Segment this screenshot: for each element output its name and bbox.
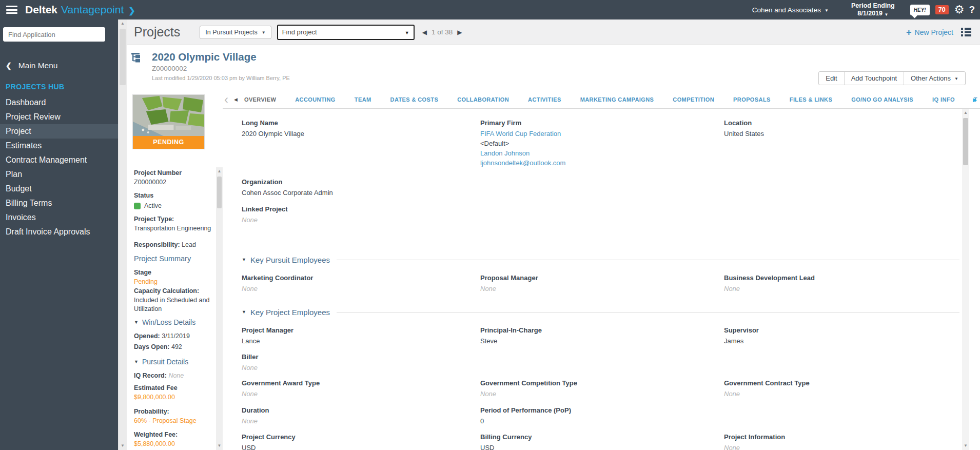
field-value: Z00000002 (134, 178, 213, 187)
tab[interactable]: IQ INFO (932, 96, 955, 103)
panel-fields: Project Number Z00000002 Status Active P… (134, 169, 213, 450)
tab[interactable]: MARKETING CAMPAIGNS (580, 96, 654, 103)
scroll-up-icon[interactable]: ▲ (119, 19, 127, 28)
chevron-down-icon: ▼ (134, 359, 139, 364)
scrollbar-thumb[interactable] (217, 177, 222, 208)
tab[interactable]: GO/NO GO ANALYSIS (851, 96, 913, 103)
weighted-fee-value: $5,880,000.00 (134, 440, 213, 448)
field-long-name: Long Name 2020 Olympic Village (242, 119, 480, 168)
section-key-pursuit-employees[interactable]: ▼ Key Pursuit Employees (242, 253, 959, 266)
scrollbar-thumb[interactable] (120, 29, 126, 85)
scroll-down-icon[interactable]: ▼ (119, 442, 127, 450)
last-modified-text: Last modified 1/29/2020 05:03 pm by Will… (152, 75, 290, 81)
sidebar-nav-item[interactable]: Budget (0, 182, 118, 196)
add-touchpoint-button[interactable]: Add Touchpoint (844, 72, 904, 85)
project-filter-dropdown[interactable]: In Pursuit Projects ▼ (200, 26, 271, 39)
tab[interactable]: DATES & COSTS (390, 96, 439, 103)
sidebar-nav-item[interactable]: Project Review (0, 110, 118, 124)
app-vertical-scrollbar[interactable]: ▲ ▼ (118, 19, 127, 450)
field-label: Project Type: (134, 215, 213, 224)
scroll-up-icon[interactable]: ▲ (216, 167, 223, 175)
find-project-combobox[interactable]: ▼ (277, 25, 415, 40)
settings-gear-icon[interactable]: ⚙ (954, 4, 965, 15)
scrollbar-thumb[interactable] (963, 118, 968, 165)
brand-vantagepoint: Vantagepoint (61, 4, 124, 16)
field-label: Project Number (134, 169, 213, 178)
field-organization: Organization Cohen Assoc Corporate Admin (242, 178, 480, 198)
collapse-left-icon[interactable]: ‹ (224, 93, 228, 106)
sidebar-nav-item[interactable]: Dashboard (0, 95, 118, 110)
field: Billing Currency USD (480, 433, 724, 450)
chevron-down-icon: ▼ (954, 76, 958, 81)
tab[interactable]: ACTIVITIES (528, 96, 561, 103)
project-fields-row: Project Currency USD Billing Currency US… (242, 433, 980, 450)
sidebar-nav-item[interactable]: Plan (0, 167, 118, 182)
scroll-up-icon[interactable]: ▲ (962, 109, 969, 117)
status-active-icon (134, 203, 141, 209)
contact-link[interactable]: Landon Johnson (480, 148, 724, 158)
project-hierarchy-icon[interactable] (130, 51, 143, 66)
find-project-input[interactable] (282, 28, 405, 36)
next-record-icon[interactable]: ▶ (457, 29, 462, 36)
stage-value: Pending (134, 278, 213, 286)
tab[interactable]: COMPETITION (673, 96, 714, 103)
field: Period of Performance (PoP) 0 (480, 406, 724, 426)
hey-notifications-icon[interactable]: HEY! (910, 5, 930, 15)
edit-button[interactable]: Edit (819, 72, 844, 85)
scroll-down-icon[interactable]: ▼ (962, 442, 969, 450)
field-linked-project: Linked Project None (242, 205, 480, 225)
chevron-down-icon: ▼ (825, 8, 829, 13)
tab[interactable]: PROPOSALS (733, 96, 771, 103)
scroll-down-icon[interactable]: ▼ (216, 442, 223, 450)
sidebar-nav-item[interactable]: Billing Terms (0, 196, 118, 210)
help-icon[interactable]: ? (969, 4, 975, 15)
sidebar-nav-item[interactable]: Contract Management (0, 153, 118, 167)
tab[interactable]: COLLABORATION (457, 96, 509, 103)
sidebar-nav-item[interactable]: Project (0, 124, 118, 139)
primary-firm-link[interactable]: FIFA World Cup Federation (480, 129, 724, 139)
section-key-project-employees[interactable]: ▼ Key Project Employees (242, 306, 959, 318)
tab[interactable]: ACCOUNTING (295, 96, 336, 103)
tab[interactable]: FILES & LINKS (790, 96, 832, 103)
sidebar-nav-item[interactable]: Invoices (0, 210, 118, 225)
winloss-details-toggle[interactable]: ▼ Win/Loss Details (134, 318, 213, 326)
new-project-button[interactable]: + New Project (906, 28, 953, 36)
find-application-input[interactable] (3, 27, 105, 42)
hamburger-menu-icon[interactable] (6, 6, 17, 14)
field: Project Manager Lance (242, 326, 480, 346)
pager-position: 1 of 38 (432, 28, 453, 36)
tab[interactable]: OVERVIEW (244, 96, 276, 103)
brand-logo: Deltek Vantagepoint ❯ (25, 4, 135, 16)
field: Project Information None (724, 433, 980, 450)
project-fields-row: Biller None (242, 353, 980, 379)
period-ending-selector[interactable]: Period Ending 8/1/2019 ▼ (851, 2, 895, 18)
project-fields-row: Duration None Period of Performance (PoP… (242, 406, 980, 433)
main-vertical-scrollbar[interactable]: ▲ ▼ (962, 109, 969, 450)
sidebar-nav-item[interactable]: Draft Invoice Approvals (0, 225, 118, 239)
tab-scroll-left-icon[interactable]: ◀ (234, 97, 238, 102)
tab-scroll-right-icon[interactable]: ▶ (973, 97, 977, 103)
field: Marketing Coordinator None (242, 274, 480, 294)
project-number: Z00000002 (152, 65, 290, 72)
field-label: Probability: (134, 407, 213, 416)
main-menu-button[interactable]: ❮ Main Menu (0, 61, 118, 70)
chevron-down-icon: ▼ (262, 30, 266, 35)
field-value: None (168, 372, 184, 379)
project-image-card[interactable]: PENDING (132, 94, 205, 149)
projects-hub-title: PROJECTS HUB (0, 83, 118, 91)
tab[interactable]: TEAM (355, 96, 371, 103)
sidebar-nav-item[interactable]: Estimates (0, 139, 118, 153)
project-title: 2020 Olympic Village (152, 51, 290, 63)
list-view-icon[interactable] (961, 28, 971, 36)
company-selector[interactable]: Cohen and Associates ▼ (752, 6, 829, 14)
panel-vertical-scrollbar[interactable]: ▲ ▼ (216, 167, 223, 450)
notification-count-badge[interactable]: 70 (935, 5, 949, 14)
field-label: IQ Record: (134, 372, 167, 379)
pursuit-details-toggle[interactable]: ▼ Pursuit Details (134, 358, 213, 366)
contact-email-link[interactable]: ljohnsondeltek@outlook.com (480, 158, 724, 168)
sidebar: ❮ Main Menu PROJECTS HUB Dashboard Proje… (0, 19, 118, 450)
previous-record-icon[interactable]: ◀ (422, 29, 427, 36)
other-actions-button[interactable]: Other Actions ▼ (904, 72, 965, 85)
pursuit-fields-row: Marketing Coordinator None Proposal Mana… (242, 274, 980, 306)
chevron-down-icon: ▼ (134, 320, 139, 325)
